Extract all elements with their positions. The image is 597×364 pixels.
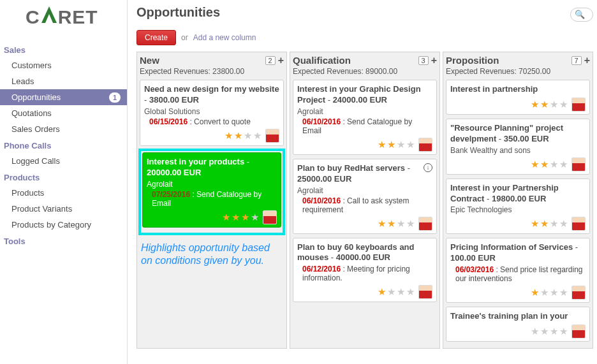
opportunity-card[interactable]: ↓Plan to buy RedHat servers - 25000.00 E… <box>293 159 437 234</box>
star-icon[interactable]: ★ <box>397 286 405 298</box>
star-icon[interactable]: ★ <box>559 99 568 110</box>
star-icon[interactable]: ★ <box>531 326 539 337</box>
column-subtitle: Expected Revenues: 23800.00 <box>140 66 284 80</box>
star-icon[interactable]: ★ <box>540 326 549 337</box>
nav-item[interactable]: Product Variants <box>0 201 127 217</box>
star-icon[interactable]: ★ <box>397 218 405 229</box>
column-title: Qualification <box>293 55 351 66</box>
star-icon[interactable]: ★ <box>251 212 259 223</box>
star-icon[interactable]: ★ <box>531 159 539 170</box>
kanban-board: New2+Expected Revenues: 23800.00Need a n… <box>136 52 593 349</box>
star-icon[interactable]: ★ <box>531 99 539 110</box>
column-title: Proposition <box>446 55 499 66</box>
star-icon[interactable]: ★ <box>244 130 252 142</box>
star-icon[interactable]: ★ <box>550 99 558 110</box>
nav-item[interactable]: Opportunities1 <box>0 89 127 105</box>
nav-item[interactable]: Products by Category <box>0 217 127 233</box>
star-icon[interactable]: ★ <box>222 212 230 223</box>
opportunity-card[interactable]: Interest in partnership★★★★ <box>446 80 590 115</box>
column-count: 2 <box>265 56 276 65</box>
avatar[interactable] <box>571 217 586 231</box>
card-title: "Resource Planning" project develpment -… <box>450 123 586 145</box>
card-date: 07/25/2016 <box>152 190 190 199</box>
opportunity-card[interactable]: Trainee's training plan in your★★★★ <box>446 307 590 342</box>
nav-section-title: Tools <box>0 233 127 249</box>
add-column-link[interactable]: Add a new column <box>193 33 256 42</box>
nav-item[interactable]: Customers <box>0 57 127 73</box>
star-icon[interactable]: ★ <box>559 218 568 229</box>
star-icon[interactable]: ★ <box>540 218 549 229</box>
star-icon[interactable]: ★ <box>550 159 558 170</box>
create-button[interactable]: Create <box>136 30 176 45</box>
logo-text-post: RET <box>58 6 98 28</box>
star-icon[interactable]: ★ <box>225 130 233 142</box>
opportunity-card[interactable]: Need a new design for my website - 3800.… <box>140 80 284 146</box>
star-icon[interactable]: ★ <box>234 130 242 142</box>
nav-section-title: Sales <box>0 41 127 57</box>
star-icon[interactable]: ★ <box>406 286 415 298</box>
card-date: 06/15/2016 <box>149 117 188 126</box>
column-add-icon[interactable]: + <box>278 56 284 65</box>
sidebar: C RET SalesCustomersLeadsOpportunities1Q… <box>0 0 128 364</box>
avatar[interactable] <box>571 324 586 339</box>
column-subtitle: Expected Revenues: 89000.00 <box>293 66 437 80</box>
star-icon[interactable]: ★ <box>378 139 386 150</box>
star-icon[interactable]: ★ <box>550 287 558 298</box>
star-icon[interactable]: ★ <box>550 326 558 337</box>
star-icon[interactable]: ★ <box>232 212 240 223</box>
star-icon[interactable]: ★ <box>531 287 539 298</box>
nav-item[interactable]: Quotations <box>0 105 127 121</box>
nav-item[interactable]: Products <box>0 185 127 201</box>
card-footer: ★★★★ <box>450 217 586 231</box>
star-icon[interactable]: ★ <box>531 218 539 229</box>
star-icon[interactable]: ★ <box>253 130 262 142</box>
nav: SalesCustomersLeadsOpportunities1Quotati… <box>0 41 127 249</box>
card-download-icon[interactable]: ↓ <box>424 163 432 172</box>
kanban-column: Qualification3+Expected Revenues: 89000.… <box>290 52 440 349</box>
star-icon[interactable]: ★ <box>559 326 568 337</box>
star-icon[interactable]: ★ <box>387 218 395 229</box>
avatar[interactable] <box>571 98 586 112</box>
star-icon[interactable]: ★ <box>540 287 549 298</box>
star-icon[interactable]: ★ <box>241 212 249 223</box>
highlight-wrap: Interest in your products - 20000.00 EUR… <box>138 149 285 235</box>
search-input[interactable]: 🔍 <box>570 8 593 22</box>
avatar[interactable] <box>418 138 432 152</box>
star-icon[interactable]: ★ <box>378 218 386 229</box>
avatar[interactable] <box>571 286 586 300</box>
star-icon[interactable]: ★ <box>550 218 558 229</box>
star-icon[interactable]: ★ <box>406 218 415 229</box>
nav-item[interactable]: Leads <box>0 73 127 89</box>
card-date: 06/12/2016 <box>302 265 341 273</box>
opportunity-card[interactable]: Plan to buy 60 keyboards and mouses - 40… <box>293 238 437 303</box>
column-count: 3 <box>418 56 429 65</box>
star-icon[interactable]: ★ <box>387 286 395 298</box>
card-next-action: 06/10/2016 : Send Catalogue by Email <box>297 117 432 135</box>
nav-item[interactable]: Sales Orders <box>0 121 127 137</box>
star-icon[interactable]: ★ <box>559 287 568 298</box>
nav-item[interactable]: Logged Calls <box>0 153 127 169</box>
star-icon[interactable]: ★ <box>559 159 568 170</box>
star-icon[interactable]: ★ <box>397 139 405 150</box>
column-add-icon[interactable]: + <box>584 56 590 65</box>
card-footer: ★★★★ <box>297 217 432 231</box>
avatar[interactable] <box>418 285 432 299</box>
opportunity-card[interactable]: Interest in your Partnership Contract - … <box>446 178 590 235</box>
nav-badge: 1 <box>109 92 121 103</box>
star-icon[interactable]: ★ <box>540 99 549 110</box>
avatar[interactable] <box>265 129 279 143</box>
card-company: Agrolait <box>147 180 277 189</box>
star-icon[interactable]: ★ <box>406 139 415 150</box>
opportunity-card[interactable]: Interest in your Graphic Design Project … <box>293 80 437 155</box>
opportunity-card[interactable]: Pricing Information of Services - 100.00… <box>446 238 590 303</box>
avatar[interactable] <box>418 217 432 231</box>
star-icon[interactable]: ★ <box>378 286 386 298</box>
star-icon[interactable]: ★ <box>540 159 549 170</box>
column-count: 7 <box>571 56 582 65</box>
avatar[interactable] <box>571 157 586 171</box>
opportunity-card[interactable]: Interest in your products - 20000.00 EUR… <box>142 152 281 228</box>
column-add-icon[interactable]: + <box>431 56 437 65</box>
star-icon[interactable]: ★ <box>387 139 395 150</box>
avatar[interactable] <box>263 210 277 224</box>
opportunity-card[interactable]: "Resource Planning" project develpment -… <box>446 119 590 175</box>
